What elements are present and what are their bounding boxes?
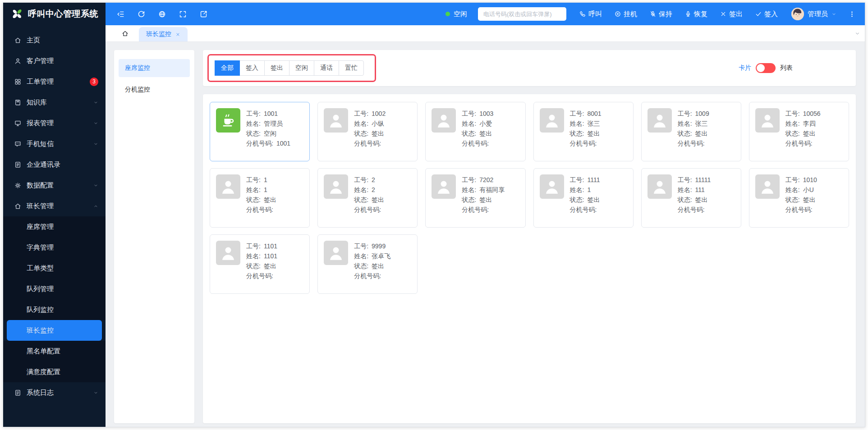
agent-name-label: 姓名: xyxy=(570,186,584,193)
sidebar-item[interactable]: 字典管理 xyxy=(3,237,106,258)
sidebar-item-label: 字典管理 xyxy=(27,243,54,252)
fullscreen-icon[interactable] xyxy=(179,10,187,18)
mic-off-icon xyxy=(649,10,657,18)
agent-card[interactable]: 工号:11111 姓名:111 状态:签出 分机号码: xyxy=(641,168,741,228)
agent-card[interactable]: 工号:1001 姓名:管理员 状态:空闲 分机号码:1001 xyxy=(210,102,310,161)
agent-ext-label: 分机号码: xyxy=(785,140,813,147)
user-menu[interactable]: 管理员 xyxy=(791,8,836,20)
agent-id-value: 1 xyxy=(264,176,267,183)
agent-name-label: 姓名: xyxy=(462,120,476,127)
sidebar-item[interactable]: 报表管理 xyxy=(3,113,106,133)
sidebar-item[interactable]: 企业通讯录 xyxy=(3,154,106,175)
agent-name-label: 姓名: xyxy=(354,252,368,260)
agent-ext-label: 分机号码: xyxy=(354,140,381,147)
agent-status-value: 签出 xyxy=(479,130,492,137)
call-action-button[interactable]: 签入 xyxy=(755,10,778,18)
menu-fold-icon[interactable] xyxy=(116,10,125,18)
tab-close-icon[interactable] xyxy=(175,32,180,37)
view-toggle-switch[interactable] xyxy=(756,63,776,73)
monitor-nav-item[interactable]: 座席监控 xyxy=(119,59,190,77)
sidebar-item[interactable]: 满意度配置 xyxy=(3,361,106,382)
call-action-button[interactable]: 恢复 xyxy=(684,10,707,18)
refresh-icon[interactable] xyxy=(137,10,146,18)
sidebar-item[interactable]: 班长管理 xyxy=(3,196,106,216)
agent-card[interactable]: 工号:1010 姓名:小U 状态:签出 分机号码: xyxy=(749,168,849,228)
sidebar-item[interactable]: 主页 xyxy=(3,30,106,50)
avatar-placeholder-icon xyxy=(648,108,672,133)
sidebar-item[interactable]: 知识库 xyxy=(3,92,106,113)
sidebar-item[interactable]: 队列管理 xyxy=(3,279,106,299)
agent-ext-label: 分机号码: xyxy=(570,140,597,147)
view-toggle: 卡片 列表 xyxy=(739,63,793,73)
agent-info: 工号:1 姓名:1 状态:签出 分机号码: xyxy=(246,174,276,215)
app-body: 主页 客户管理 工单管理 3 知识库 xyxy=(3,25,865,427)
call-action-button[interactable]: 保持 xyxy=(649,10,672,18)
filter-button[interactable]: 签入 xyxy=(239,60,265,76)
agent-status-value: 签出 xyxy=(372,196,384,203)
sidebar-item[interactable]: 手机短信 xyxy=(3,133,106,154)
external-link-icon[interactable] xyxy=(199,10,208,18)
agent-info: 工号:9999 姓名:张卓飞 状态:签出 分机号码: xyxy=(354,241,390,281)
book-icon xyxy=(14,99,22,106)
call-action-button[interactable]: 挂机 xyxy=(614,10,637,18)
more-options-icon[interactable] xyxy=(848,10,856,18)
agent-id-value: 8001 xyxy=(587,110,601,117)
phone-number-input[interactable] xyxy=(478,7,566,21)
agent-card[interactable]: 工号:2 姓名:2 状态:签出 分机号码: xyxy=(317,168,418,228)
agent-name-value: 管理员 xyxy=(264,120,283,127)
tab-active[interactable]: 班长监控 xyxy=(139,27,188,41)
tab-home[interactable] xyxy=(117,27,133,40)
filter-button[interactable]: 空闲 xyxy=(289,60,314,76)
agent-status-value: 签出 xyxy=(803,130,816,137)
sidebar-item[interactable]: 数据配置 xyxy=(3,175,106,196)
agent-status-label: 状态: xyxy=(354,196,368,203)
agent-id-label: 工号: xyxy=(246,176,261,183)
agent-info: 工号:1001 姓名:管理员 状态:空闲 分机号码:1001 xyxy=(246,108,290,148)
monitor-nav-label: 分机监控 xyxy=(125,86,150,94)
agent-name-label: 姓名: xyxy=(678,120,692,127)
sidebar-item[interactable]: 工单类型 xyxy=(3,258,106,279)
sidebar-item[interactable]: 客户管理 xyxy=(3,50,106,71)
status-filter-group: 全部签入签出空闲通话置忙 xyxy=(215,60,364,76)
agent-card[interactable]: 工号:1003 姓名:小爱 状态:签出 分机号码: xyxy=(425,102,525,161)
sidebar-item[interactable]: 座席管理 xyxy=(3,216,106,237)
agent-card[interactable]: 工号:1 姓名:1 状态:签出 分机号码: xyxy=(210,168,310,228)
sidebar-item[interactable]: 黑名单配置 xyxy=(3,341,106,361)
agent-card[interactable]: 工号:1101 姓名:1101 状态:签出 分机号码: xyxy=(210,234,310,294)
app-title: 呼叫中心管理系统 xyxy=(28,8,98,20)
call-action-button[interactable]: 签出 xyxy=(720,10,743,18)
agent-id-label: 工号: xyxy=(462,110,476,117)
agent-card[interactable]: 工号:1009 姓名:张三 状态:签出 分机号码: xyxy=(641,102,741,161)
agent-card[interactable]: 工号:7202 姓名:有福同享 状态:签出 分机号码: xyxy=(425,168,525,228)
sidebar-item-label: 手机短信 xyxy=(27,140,54,148)
agent-card[interactable]: 工号:9999 姓名:张卓飞 状态:签出 分机号码: xyxy=(317,234,418,294)
agent-card[interactable]: 工号:1111 姓名:1 状态:签出 分机号码: xyxy=(533,168,634,228)
filter-button[interactable]: 全部 xyxy=(215,60,240,76)
sidebar-item[interactable]: 班长监控 xyxy=(7,320,102,341)
monitor-nav-item[interactable]: 分机监控 xyxy=(119,81,190,99)
agent-ext-label: 分机号码: xyxy=(678,140,705,147)
agent-id-label: 工号: xyxy=(354,110,368,117)
filter-button[interactable]: 通话 xyxy=(314,60,339,76)
agent-info: 工号:1010 姓名:小U 状态:签出 分机号码: xyxy=(785,174,817,215)
agent-card[interactable]: 工号:1002 姓名:小纵 状态:签出 分机号码: xyxy=(317,102,418,161)
agent-name-value: 小爱 xyxy=(479,120,492,127)
filter-button[interactable]: 签出 xyxy=(264,60,289,76)
agent-info: 工号:1002 姓名:小纵 状态:签出 分机号码: xyxy=(354,108,386,148)
tabbar-chevron-icon[interactable] xyxy=(854,31,860,37)
avatar-placeholder-icon xyxy=(324,174,348,199)
agent-card[interactable]: 工号:8001 姓名:张三 状态:签出 分机号码: xyxy=(533,102,634,161)
agent-id-value: 1003 xyxy=(479,110,493,117)
agent-name-value: 小U xyxy=(803,186,814,193)
call-action-button[interactable]: 呼叫 xyxy=(579,10,602,18)
top-bar: 呼叫中心管理系统 空闲 呼叫 挂机 xyxy=(3,3,865,25)
avatar-placeholder-icon xyxy=(540,108,564,133)
app-logo-icon xyxy=(10,7,24,21)
globe-icon[interactable] xyxy=(158,10,166,18)
user-avatar xyxy=(791,8,804,20)
sidebar-item[interactable]: 系统日志 xyxy=(3,382,106,403)
agent-card[interactable]: 工号:10056 姓名:李四 状态:签出 分机号码: xyxy=(749,102,849,161)
sidebar-item[interactable]: 工单管理 3 xyxy=(3,71,106,92)
sidebar-item[interactable]: 队列监控 xyxy=(3,299,106,320)
filter-button[interactable]: 置忙 xyxy=(339,60,364,76)
